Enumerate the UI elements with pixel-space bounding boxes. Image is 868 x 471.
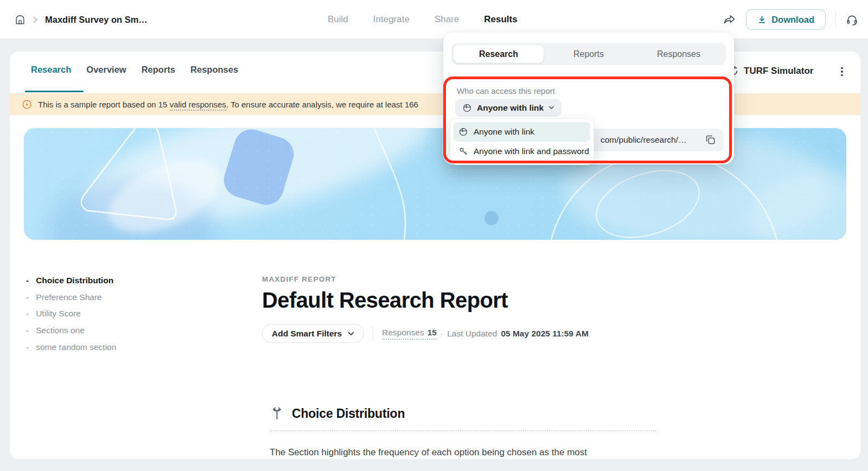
header-divider [835,12,836,27]
turf-simulator-button[interactable]: TURF Simulator [728,61,813,81]
turf-label: TURF Simulator [744,66,813,77]
header-actions: Download [723,0,858,39]
tab-overview[interactable]: Overview [86,65,126,75]
section-divider [270,430,656,431]
tab-research[interactable]: Research [31,65,71,75]
responses-meta: Responses 15 · Last Updated 05 May 2025 … [382,328,589,340]
valid-responses-link[interactable]: valid responses [170,100,226,111]
survey-title[interactable]: Maxdiff Survey on Sm… [45,15,148,25]
bolt-icon [22,99,32,110]
key-icon [458,147,468,156]
section-body-preview: The Section highlights the frequency of … [270,447,656,458]
section-title: Choice Distribution [292,406,405,421]
report-main: MAXDIFF REPORT Default Research Report A… [262,275,674,343]
copy-link-icon[interactable] [704,133,717,146]
outline-item-some-random-section[interactable]: - some random section [26,339,116,355]
chevron-down-icon [348,332,354,336]
home-icon[interactable] [14,14,26,26]
report-meta-row: Add Smart Filters Responses 15 · Last Up… [262,324,674,343]
report-outline: - Choice Distribution - Preference Share… [26,272,116,355]
notice-text: This is a sample report based on 15 vali… [38,100,418,109]
tab-responses[interactable]: Responses [190,65,238,75]
support-headset-icon[interactable] [846,14,858,26]
outline-item-choice-distribution[interactable]: - Choice Distribution [26,272,116,289]
report-title: Default Research Report [262,288,674,313]
nav-results[interactable]: Results [484,14,517,25]
responses-count-link[interactable]: Responses 15 [382,328,437,340]
download-button[interactable]: Download [746,9,826,30]
report-eyebrow: MAXDIFF REPORT [262,275,674,283]
menu-item-anyone-with-link[interactable]: Anyone with link [454,122,590,142]
breadcrumb: Maxdiff Survey on Sm… [14,0,148,39]
access-question: Who can access this report [457,86,555,96]
updated-value: 05 May 2025 11:59 AM [501,329,588,339]
section-header: Choice Distribution [270,405,656,422]
nav-integrate[interactable]: Integrate [373,14,410,25]
choice-distribution-section: Choice Distribution The Section highligh… [270,405,656,458]
share-popover: Research Reports Responses Who can acces… [443,33,734,164]
outline-item-preference-share[interactable]: - Preference Share [26,289,116,306]
breadcrumb-chevron-icon [33,16,38,23]
access-dropdown-menu: Anyone with link Anyone with link and pa… [450,118,594,165]
share-link-url: com/public/research/… [601,129,687,151]
globe-icon [462,103,472,113]
globe-icon [458,127,468,137]
download-label: Download [771,15,814,25]
app-header: Maxdiff Survey on Sm… Build Integrate Sh… [0,0,868,39]
nav-share[interactable]: Share [435,14,459,25]
nav-build[interactable]: Build [328,14,348,25]
share-icon[interactable] [723,14,736,26]
tab-reports[interactable]: Reports [142,65,175,75]
popover-tab-reports[interactable]: Reports [544,45,634,63]
download-icon [757,15,767,24]
menu-item-anyone-with-link-and-password[interactable]: Anyone with link and password [454,142,590,161]
access-selector[interactable]: Anyone with link [455,99,561,117]
popover-tab-responses[interactable]: Responses [634,45,724,63]
updated-label: Last Updated [447,329,497,339]
split-arrows-icon [270,406,284,421]
outline-item-sections-one[interactable]: - Sections one [26,322,116,339]
meta-divider [373,327,373,341]
outline-item-utility-score[interactable]: - Utility Score [26,305,116,322]
active-tab-underline [25,91,84,92]
chevron-down-icon [548,106,554,110]
more-options-button[interactable] [837,65,847,79]
add-smart-filters-button[interactable]: Add Smart Filters [262,324,364,343]
popover-tab-research[interactable]: Research [454,45,544,63]
share-popover-tabs: Research Reports Responses [451,43,726,65]
report-tabs: Research Overview Reports Responses [31,65,238,75]
